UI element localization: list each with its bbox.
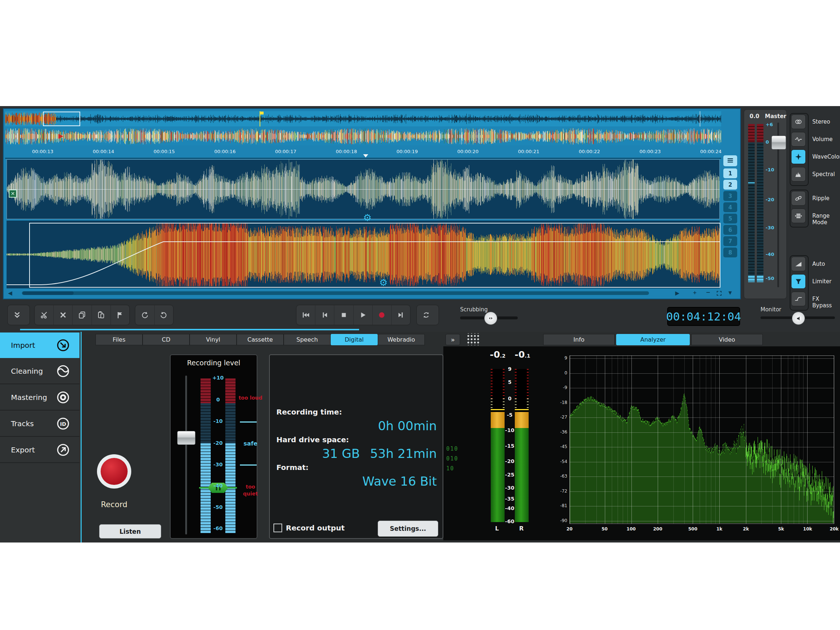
zoom-in-icon[interactable]: ＋ xyxy=(692,289,698,296)
tab-video[interactable]: Video xyxy=(691,334,763,345)
ripple-button[interactable] xyxy=(791,191,806,205)
play-small-icon[interactable]: ▶ xyxy=(675,290,680,297)
playhead-marker[interactable] xyxy=(363,154,368,158)
spectral-icon xyxy=(794,170,802,178)
track-button-1[interactable]: 1 xyxy=(723,169,737,178)
track-button-6[interactable]: 6 xyxy=(723,225,737,235)
master-value: 0.0 xyxy=(750,113,759,120)
copy-button[interactable] xyxy=(73,305,92,325)
master-scale-label: -30 xyxy=(766,225,774,231)
undo-button[interactable] xyxy=(135,305,155,325)
tab-info[interactable]: Info xyxy=(543,334,615,345)
record-output-checkbox[interactable] xyxy=(273,524,282,532)
section-highlight-line xyxy=(20,329,359,330)
tab-digital[interactable]: Digital xyxy=(331,334,378,345)
panel-button-label: Stereo xyxy=(812,118,830,125)
zoom-preset-caret-icon[interactable]: ▼ xyxy=(728,290,732,295)
master-scale-label: +6 xyxy=(766,122,773,127)
listen-button[interactable]: Listen xyxy=(99,524,161,538)
level-meter-scale-label: -40 xyxy=(502,505,517,511)
remove-region-icon[interactable]: ✕ xyxy=(9,189,17,197)
sidebar-item-import[interactable]: Import xyxy=(0,333,79,358)
binary-text: 010 xyxy=(446,455,458,462)
zone-line xyxy=(240,464,257,466)
sidebar-item-cleaning[interactable]: Cleaning xyxy=(0,359,79,384)
recording-fader-track[interactable] xyxy=(185,376,187,534)
skip-start-button[interactable] xyxy=(297,305,315,325)
tab-cd[interactable]: CD xyxy=(142,334,189,345)
gear-icon[interactable]: ⚙ xyxy=(379,278,388,287)
sidebar-item-export[interactable]: Export xyxy=(0,437,79,463)
track-button-7[interactable]: 7 xyxy=(723,236,737,246)
zone-label-safe: safe xyxy=(238,440,263,448)
master-peak-marker xyxy=(748,182,755,183)
sidebar-item-mastering[interactable]: Mastering xyxy=(0,385,79,411)
zoom-fit-icon[interactable] xyxy=(716,290,722,297)
mastering-icon xyxy=(56,390,70,404)
delete-button[interactable] xyxy=(54,305,73,325)
level-meter-scale-label: -5 xyxy=(502,412,517,418)
overview-waveform-canvas[interactable] xyxy=(5,111,721,126)
spectrum-analyzer-canvas xyxy=(570,355,834,524)
play-button[interactable] xyxy=(354,305,373,325)
grid-icon[interactable] xyxy=(466,333,479,345)
wave-scrollbar[interactable] xyxy=(22,291,649,295)
zone-label-too-loud: too loud xyxy=(238,395,263,401)
previous-button[interactable] xyxy=(315,305,334,325)
next-button[interactable] xyxy=(392,305,410,325)
track-button-4[interactable]: 4 xyxy=(723,202,737,212)
cut-button[interactable] xyxy=(35,305,54,325)
selection-rectangle[interactable] xyxy=(29,223,720,287)
recording-fader-handle[interactable] xyxy=(177,431,196,445)
record-button[interactable] xyxy=(373,305,392,325)
export-icon xyxy=(56,443,70,457)
tab-speech[interactable]: Speech xyxy=(284,334,331,345)
wavecolor-overview-canvas[interactable] xyxy=(5,127,721,145)
info-label: Hard drive space: xyxy=(276,435,349,444)
loop-icon xyxy=(422,311,431,319)
fx-bypass-button[interactable] xyxy=(791,292,806,306)
monitor-slider-handle[interactable] xyxy=(792,312,805,325)
volume-button[interactable] xyxy=(791,132,806,147)
spectral-button[interactable] xyxy=(791,167,806,182)
auto-button[interactable] xyxy=(791,257,806,271)
track-button-3[interactable]: 3 xyxy=(723,191,737,201)
channel-label-right: R xyxy=(519,525,524,532)
main-track-waveform-canvas[interactable] xyxy=(6,159,720,219)
range-mode-button[interactable] xyxy=(791,208,806,223)
paste-button[interactable] xyxy=(92,305,111,325)
gear-icon[interactable]: ⚙ xyxy=(363,213,371,223)
record-output-label: Record output xyxy=(286,524,344,532)
wavecolor-button[interactable] xyxy=(791,150,806,164)
scrubbing-slider-handle[interactable] xyxy=(484,312,497,325)
master-fader-handle[interactable] xyxy=(772,136,786,150)
track-button-8[interactable]: 8 xyxy=(723,248,737,257)
redo-button[interactable] xyxy=(155,305,174,325)
track-button-2[interactable]: 2 xyxy=(723,180,737,189)
spectrum-x-tick: 100 xyxy=(623,526,639,532)
scroll-left-icon[interactable]: ◀ xyxy=(8,290,13,297)
tab-analyzer[interactable]: Analyzer xyxy=(616,334,690,345)
tabs-overflow-button[interactable]: » xyxy=(445,334,460,345)
double-chevron-down-button[interactable] xyxy=(8,305,27,325)
stereo-button[interactable] xyxy=(791,114,806,129)
settings-button[interactable]: Settings... xyxy=(378,521,438,537)
marker-flag-icon xyxy=(115,311,124,319)
tab-cassette[interactable]: Cassette xyxy=(237,334,284,345)
record-button[interactable] xyxy=(97,454,131,488)
limiter-button[interactable] xyxy=(791,274,806,289)
track-list-icon[interactable] xyxy=(723,155,737,166)
marker-flag-button[interactable] xyxy=(111,305,129,325)
panel-button-label: Spectral xyxy=(812,171,835,178)
zoom-out-icon[interactable]: − xyxy=(706,289,711,296)
stop-button[interactable] xyxy=(334,305,353,325)
panel-button-label: Limiter xyxy=(812,278,832,285)
wave-scrollbar-thumb[interactable] xyxy=(23,291,74,295)
spectrum-y-tick: -63 xyxy=(553,474,567,479)
sidebar-item-tracks[interactable]: TracksID xyxy=(0,411,79,437)
tab-files[interactable]: Files xyxy=(96,334,142,345)
tab-webradio[interactable]: Webradio xyxy=(378,334,425,345)
tab-vinyl[interactable]: Vinyl xyxy=(189,334,237,345)
track-button-5[interactable]: 5 xyxy=(723,214,737,224)
loop-button[interactable] xyxy=(417,305,436,325)
